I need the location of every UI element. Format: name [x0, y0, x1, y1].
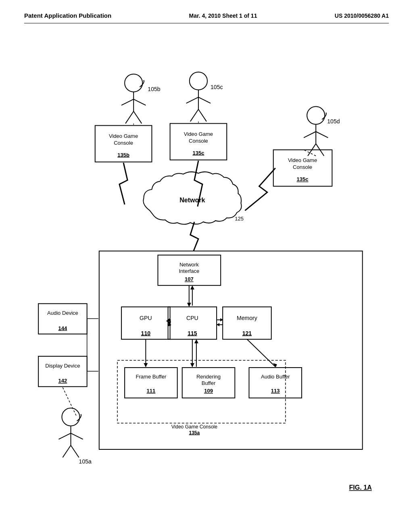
svg-point-0 [125, 74, 142, 92]
console-135b-label: Video Game [109, 133, 138, 139]
console-135c-right-ref: 135c [297, 176, 309, 182]
label-105c: 105c [211, 84, 223, 90]
lightning-network-ni [190, 222, 198, 251]
header-center: Mar. 4, 2010 Sheet 1 of 11 [189, 12, 257, 19]
console-135c-top-ref: 135c [192, 150, 204, 156]
fb-ref: 111 [147, 388, 156, 394]
ad-ref: 144 [58, 325, 68, 331]
lightning-135b-network [119, 163, 127, 204]
console-135c-top-label: Video Game [184, 131, 213, 137]
svg-line-21 [71, 433, 83, 439]
label-105a: 105a [79, 458, 92, 465]
cpu-label: CPU [186, 315, 198, 321]
cpu-ref: 115 [188, 330, 197, 337]
svg-point-6 [190, 72, 207, 90]
svg-line-4 [125, 111, 133, 123]
user-105b: 105b [121, 74, 161, 124]
fb-label1: Frame Buffer [136, 374, 167, 380]
vgc-135a-ref: 135a [189, 430, 200, 436]
rb-ref: 109 [204, 388, 213, 394]
patent-header: Patent Application Publication Mar. 4, 2… [24, 12, 389, 23]
svg-line-3 [133, 99, 146, 105]
ah-cpu-rb [190, 363, 194, 367]
dashed-dd-105a [63, 387, 77, 417]
ah-gpu-fb [144, 363, 148, 367]
network-ref: 125 [235, 216, 244, 222]
svg-line-10 [190, 109, 198, 121]
arrowhead-cpu-ni [190, 285, 194, 289]
dd-ref: 142 [58, 378, 67, 384]
console-135c-right-label2: Console [293, 164, 312, 170]
svg-line-14 [304, 131, 316, 137]
user-105c: 105c [186, 72, 223, 122]
ab-ref: 113 [271, 388, 280, 394]
rb-label1: Rendering [196, 374, 221, 380]
arrow-mem-ab [247, 339, 275, 367]
ni-label1: Network [179, 262, 199, 268]
dd-label1: Display Device [45, 363, 80, 369]
network-cloud: Network 125 [143, 172, 244, 224]
svg-line-8 [186, 97, 198, 103]
vgc-label-text: Video Game Console [171, 424, 218, 430]
user-105d: 105d [304, 106, 340, 156]
svg-line-2 [121, 99, 133, 105]
console-135c-top-label2: Console [189, 138, 208, 144]
ah-to-cpu-from-mem [217, 323, 219, 326]
user-105a: 105a [58, 408, 92, 465]
svg-point-12 [307, 106, 325, 124]
memory-ref: 121 [242, 330, 252, 337]
arrowhead-ni-cpu [187, 303, 191, 307]
ab-label1: Audio Buffer [261, 374, 290, 380]
ni-ref: 107 [185, 276, 194, 282]
rb-label2: Buffer [202, 380, 216, 386]
ad-label1: Audio Device [47, 310, 78, 316]
svg-line-5 [133, 111, 142, 123]
ah-rb-cpu [194, 339, 198, 343]
svg-point-18 [62, 408, 79, 426]
console-135b-ref: 135b [117, 152, 129, 158]
page: Patent Application Publication Mar. 4, 2… [0, 0, 413, 532]
svg-line-9 [198, 97, 211, 103]
svg-line-20 [58, 433, 71, 439]
console-135b-label2: Console [114, 140, 133, 146]
svg-line-23 [71, 445, 79, 457]
network-label: Network [179, 196, 205, 204]
lightning-135cr-network [245, 168, 275, 210]
svg-line-15 [316, 131, 328, 137]
gpu-ref: 110 [141, 330, 151, 337]
diagram-svg: 105b 105c 105d [24, 31, 389, 507]
header-right: US 2010/0056280 A1 [335, 12, 389, 19]
label-105b: 105b [148, 86, 160, 92]
label-105d: 105d [327, 118, 340, 125]
header-left: Patent Application Publication [24, 12, 111, 19]
diagram-area: 105b 105c 105d [24, 31, 389, 507]
gpu-label: GPU [140, 315, 152, 321]
memory-label: Memory [237, 315, 257, 321]
vgc-outer-box [99, 251, 363, 449]
svg-line-22 [63, 445, 71, 457]
ni-label2: Interface [179, 268, 199, 274]
dashed-inner-box [117, 360, 286, 423]
svg-line-11 [198, 109, 206, 121]
fig-label: FIG. 1A [349, 484, 372, 491]
console-135c-right-label: Video Game [288, 157, 317, 163]
